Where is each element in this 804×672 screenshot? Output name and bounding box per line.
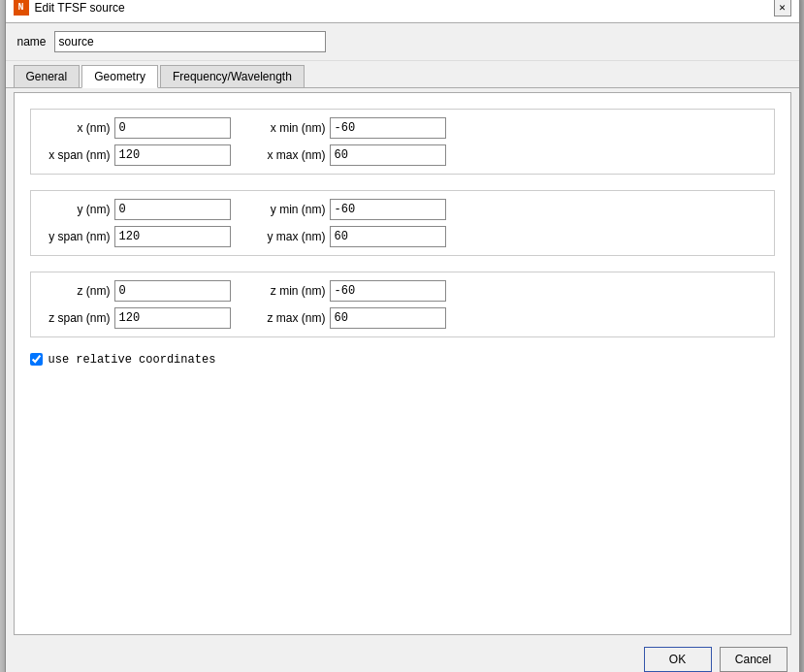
cancel-button[interactable]: Cancel: [720, 647, 788, 672]
dialog-window: N Edit TFSF source ✕ name General Geomet…: [5, 0, 800, 672]
tab-general[interactable]: General: [14, 65, 80, 87]
z-span-row: z span (nm) z max (nm): [43, 307, 762, 329]
ok-button[interactable]: OK: [644, 647, 712, 672]
y-center-row: y (nm) y min (nm): [43, 199, 762, 220]
y-min-input[interactable]: [330, 199, 446, 220]
tab-frequency-wavelength[interactable]: Frequency/Wavelength: [160, 65, 305, 87]
z-min-label: z min (nm): [258, 284, 326, 298]
tabs-bar: General Geometry Frequency/Wavelength: [6, 61, 799, 88]
x-center-row: x (nm) x min (nm): [43, 117, 762, 139]
name-row: name: [6, 23, 799, 61]
x-span-row: x span (nm) x max (nm): [43, 144, 762, 166]
y-span-row: y span (nm) y max (nm): [43, 226, 762, 247]
name-label: name: [17, 35, 47, 48]
title-bar: N Edit TFSF source ✕: [6, 0, 799, 23]
z-min-input[interactable]: [330, 280, 446, 302]
y-max-input[interactable]: [330, 226, 446, 247]
z-max-label: z max (nm): [258, 311, 326, 325]
x-max-input[interactable]: [330, 144, 446, 166]
z-span-label: z span (nm): [43, 311, 111, 325]
y-center-label: y (nm): [43, 203, 111, 216]
x-span-input[interactable]: [114, 144, 231, 166]
name-input[interactable]: [54, 31, 326, 52]
y-coord-group: y (nm) y min (nm) y span (nm) y max (nm): [30, 190, 775, 256]
z-center-row: z (nm) z min (nm): [43, 280, 762, 302]
z-center-label: z (nm): [43, 284, 111, 298]
tab-geometry[interactable]: Geometry: [81, 65, 158, 88]
z-coord-group: z (nm) z min (nm) z span (nm) z max (nm): [30, 272, 775, 337]
app-icon: N: [14, 0, 29, 16]
title-bar-left: N Edit TFSF source: [14, 0, 125, 16]
relative-coords-row: use relative coordinates: [30, 353, 775, 367]
tab-content: x (nm) x min (nm) x span (nm) x max (nm)…: [14, 92, 791, 635]
button-bar: OK Cancel: [6, 639, 799, 673]
y-span-label: y span (nm): [43, 230, 111, 243]
x-center-label: x (nm): [43, 121, 111, 135]
x-center-input[interactable]: [114, 117, 231, 139]
y-center-input[interactable]: [114, 199, 231, 220]
y-min-label: y min (nm): [258, 203, 326, 216]
x-max-label: x max (nm): [258, 148, 326, 162]
dialog-title: Edit TFSF source: [35, 1, 125, 15]
z-max-input[interactable]: [330, 307, 446, 329]
relative-coords-label: use relative coordinates: [48, 353, 216, 367]
y-max-label: y max (nm): [258, 230, 326, 243]
close-button[interactable]: ✕: [774, 0, 791, 16]
x-min-label: x min (nm): [258, 121, 326, 135]
y-span-input[interactable]: [114, 226, 231, 247]
x-span-label: x span (nm): [43, 148, 111, 162]
x-coord-group: x (nm) x min (nm) x span (nm) x max (nm): [30, 109, 775, 175]
x-min-input[interactable]: [330, 117, 446, 139]
z-span-input[interactable]: [114, 307, 231, 329]
relative-coords-checkbox[interactable]: [30, 353, 43, 366]
z-center-input[interactable]: [114, 280, 231, 302]
